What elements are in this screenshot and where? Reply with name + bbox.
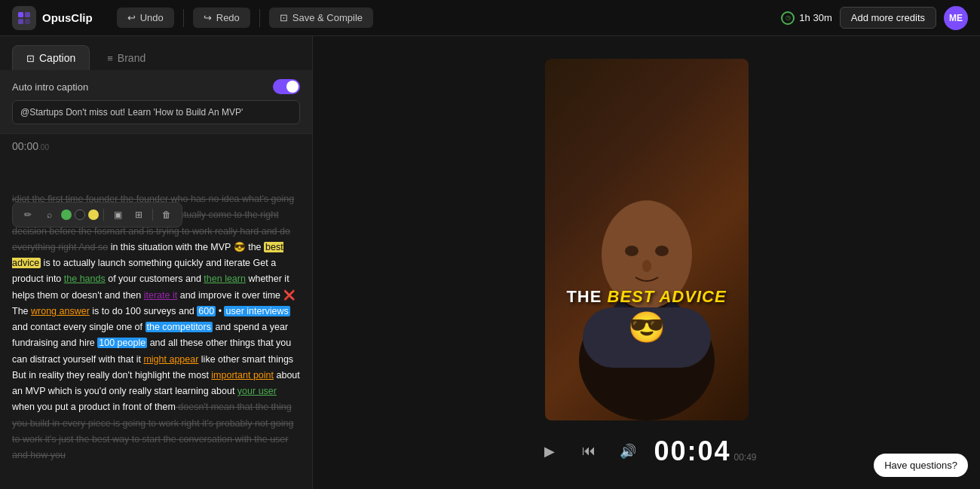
right-panel: THE BEST ADVICE 😎 ▶ ⏮ 🔊 00:04 00:49 Have… bbox=[313, 36, 980, 489]
topbar-right: ◷ 1h 30m Add more credits ME bbox=[781, 6, 968, 30]
topbar: OpusClip ↩ Undo ↪ Redo ⊡ Save & Compile … bbox=[0, 0, 980, 36]
avatar[interactable]: ME bbox=[944, 6, 968, 30]
redo-button[interactable]: ↪ Redo bbox=[193, 8, 250, 28]
brand-tab-icon: ≡ bbox=[107, 53, 113, 64]
transcript-highlight-important: important point bbox=[211, 370, 274, 381]
search-icon[interactable]: ⌕ bbox=[40, 206, 58, 224]
add-credits-button[interactable]: Add more credits bbox=[840, 7, 936, 29]
caption-settings: Auto intro caption bbox=[0, 70, 312, 134]
logo: OpusClip bbox=[12, 6, 93, 30]
transcript-highlight-hands: the hands bbox=[64, 274, 106, 284]
save-compile-button[interactable]: ⊡ Save & Compile bbox=[269, 8, 373, 28]
clock-icon: ◷ bbox=[781, 11, 795, 25]
svg-rect-3 bbox=[25, 19, 30, 24]
edit-icon[interactable]: ✏ bbox=[19, 206, 37, 224]
layout-icon2[interactable]: ⊞ bbox=[130, 206, 148, 224]
play-button[interactable]: ▶ bbox=[536, 438, 563, 465]
video-emoji: 😎 bbox=[555, 310, 738, 345]
transcript-active-6: is to do 100 surveys and bbox=[90, 306, 197, 316]
auto-intro-row: Auto intro caption bbox=[12, 79, 300, 94]
separator bbox=[183, 9, 184, 27]
video-caption: THE BEST ADVICE 😎 bbox=[555, 287, 738, 345]
video-player: THE BEST ADVICE 😎 bbox=[545, 59, 749, 420]
previous-button[interactable]: ⏮ bbox=[575, 438, 602, 465]
volume-button[interactable]: 🔊 bbox=[614, 438, 642, 465]
transcript-highlight-600: 600 bbox=[197, 306, 216, 316]
transcript[interactable]: ✏ ⌕ ▣ ⊞ 🗑 idiot the first time founder t… bbox=[0, 158, 312, 489]
save-icon: ⊡ bbox=[280, 12, 288, 23]
transcript-active-7: • bbox=[216, 306, 224, 316]
transcript-text: idiot the first time founder the founder… bbox=[12, 191, 300, 463]
delete-icon[interactable]: 🗑 bbox=[158, 206, 176, 224]
svg-rect-2 bbox=[18, 19, 23, 24]
right-inner: THE BEST ADVICE 😎 ▶ ⏮ 🔊 00:04 00:49 Have… bbox=[313, 36, 980, 489]
undo-icon: ↩ bbox=[127, 12, 136, 23]
caption-input[interactable] bbox=[12, 100, 300, 124]
tabs: ⊡ Caption ≡ Brand bbox=[0, 36, 312, 70]
transcript-highlight-iterate: iterate it bbox=[144, 290, 177, 301]
total-time: 00:49 bbox=[734, 452, 757, 463]
text-toolbar: ✏ ⌕ ▣ ⊞ 🗑 bbox=[12, 202, 182, 228]
logo-text: OpusClip bbox=[42, 11, 93, 24]
toggle-knob bbox=[286, 81, 299, 93]
transcript-active-3: of your customers and bbox=[106, 274, 204, 284]
transcript-active-8: and contact every single one of bbox=[12, 322, 145, 332]
tab-brand[interactable]: ≡ Brand bbox=[93, 45, 160, 70]
separator2 bbox=[259, 9, 260, 27]
timestamp-sub: .00 bbox=[38, 143, 49, 151]
color-yellow[interactable] bbox=[88, 209, 99, 220]
tab-caption[interactable]: ⊡ Caption bbox=[12, 45, 90, 70]
timestamp-main: 00:00 bbox=[12, 140, 38, 152]
svg-point-6 bbox=[625, 246, 639, 256]
redo-icon: ↪ bbox=[204, 12, 212, 23]
layout-icon1[interactable]: ▣ bbox=[109, 206, 127, 224]
auto-intro-toggle[interactable] bbox=[273, 79, 300, 94]
logo-icon bbox=[12, 6, 36, 30]
transcript-highlight-user: your user bbox=[237, 386, 277, 396]
undo-button[interactable]: ↩ Undo bbox=[117, 8, 174, 28]
svg-rect-0 bbox=[18, 12, 23, 17]
left-panel: ⊡ Caption ≡ Brand Auto intro caption 00:… bbox=[0, 36, 313, 489]
transcript-active-1: in this situation with the MVP 😎 the bbox=[108, 242, 264, 252]
brand-tab-label: Brand bbox=[118, 52, 145, 64]
time-remaining: ◷ 1h 30m bbox=[781, 11, 831, 25]
auto-intro-label: Auto intro caption bbox=[12, 81, 88, 93]
video-controls: ▶ ⏮ 🔊 00:04 00:49 bbox=[536, 436, 756, 467]
time-display: 00:04 00:49 bbox=[654, 436, 756, 467]
transcript-highlight-learn: then learn bbox=[204, 274, 246, 284]
toolbar-separator2 bbox=[152, 209, 153, 221]
caption-tab-label: Caption bbox=[39, 52, 75, 64]
transcript-highlight-appear: might appear bbox=[143, 354, 198, 365]
color-black[interactable] bbox=[75, 209, 85, 220]
svg-point-8 bbox=[642, 260, 651, 272]
caption-tab-icon: ⊡ bbox=[26, 53, 35, 64]
have-questions-button[interactable]: Have questions? bbox=[874, 454, 968, 477]
svg-rect-1 bbox=[25, 12, 30, 17]
main-content: ⊡ Caption ≡ Brand Auto intro caption 00:… bbox=[0, 36, 980, 489]
transcript-highlight-interviews: user interviews bbox=[224, 306, 289, 316]
transcript-highlight-competitors: the competitors bbox=[145, 322, 213, 332]
toolbar-separator bbox=[103, 209, 104, 221]
transcript-active-13: when you put a product in front of them bbox=[12, 402, 176, 412]
timestamp: 00:00.00 bbox=[0, 134, 312, 158]
transcript-highlight-100people: 100 people bbox=[97, 338, 147, 348]
svg-point-7 bbox=[655, 246, 669, 256]
video-background: THE BEST ADVICE 😎 bbox=[545, 59, 749, 420]
video-caption-line1: THE BEST ADVICE bbox=[555, 287, 738, 307]
transcript-highlight-wrong: wrong answer bbox=[31, 306, 90, 316]
current-time: 00:04 bbox=[654, 436, 730, 467]
color-green[interactable] bbox=[61, 209, 72, 220]
video-caption-highlight: BEST ADVICE bbox=[608, 287, 727, 306]
